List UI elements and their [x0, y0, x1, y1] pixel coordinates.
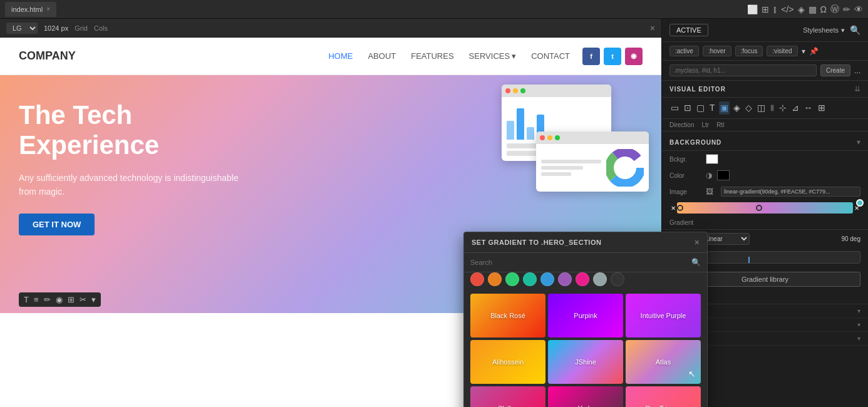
grid-button[interactable]: Grid	[75, 24, 88, 32]
tool-pen-icon[interactable]: ✏	[44, 295, 51, 304]
gradient-bar[interactable]	[677, 202, 853, 214]
ve-gradient-icon[interactable]: ▣	[719, 101, 730, 115]
cols-button[interactable]: Cols	[94, 24, 108, 32]
gradient-left-x-icon[interactable]: ✕	[671, 205, 676, 212]
gradient-right-x-icon[interactable]: ✕	[854, 205, 859, 212]
component-icon[interactable]: ◈	[798, 4, 805, 14]
ve-transform-icon[interactable]: ⊿	[790, 101, 800, 115]
preset-dark[interactable]	[611, 272, 624, 286]
nav-contact[interactable]: CONTACT	[531, 51, 570, 61]
bckgr-swatch[interactable]	[706, 154, 718, 164]
ve-transition-icon[interactable]: ↔	[803, 101, 814, 115]
media-icon[interactable]: ▦	[809, 4, 817, 14]
active-button[interactable]: ACTIVE	[669, 24, 708, 36]
window-dot-red	[505, 88, 510, 93]
css-create-button[interactable]: Create	[820, 64, 850, 76]
file-tab[interactable]: index.html ×	[5, 2, 56, 17]
collapse-arrow-1: ▾	[857, 307, 860, 314]
pseudo-active-btn[interactable]: :active	[669, 46, 699, 56]
gradient-item-purpink[interactable]: Purpink	[548, 294, 623, 337]
image-mode-icon[interactable]: 🖼	[706, 187, 713, 196]
nav-services[interactable]: SERVICES ▾	[469, 51, 517, 61]
gradient-item-jshine[interactable]: JShine	[548, 340, 623, 384]
color-mode-icon[interactable]: ◑	[706, 171, 712, 180]
ve-border-icon[interactable]: ▢	[695, 101, 706, 115]
nav-home[interactable]: HOME	[328, 51, 353, 61]
instagram-button[interactable]: ◉	[625, 48, 643, 65]
tool-scissors-icon[interactable]: ✂	[80, 295, 86, 304]
tool-grid-icon[interactable]: ⊞	[68, 295, 75, 304]
pseudo-hover-btn[interactable]: :hover	[703, 46, 731, 56]
gradient-item-black-rose[interactable]: Black Rosé	[470, 294, 545, 337]
gradient-item-alihossein[interactable]: Alihossein	[470, 340, 545, 384]
preview-icon[interactable]: 👁	[854, 4, 863, 14]
background-collapse-icon[interactable]: ▾	[857, 138, 860, 147]
site-logo: COMPANY	[19, 49, 76, 63]
columns-icon[interactable]: ⫿	[773, 4, 777, 14]
wordpress-icon[interactable]: Ⓦ	[830, 4, 839, 15]
tool-circle-icon[interactable]: ◉	[56, 295, 63, 304]
pen-icon[interactable]: ✏	[843, 4, 850, 14]
nav-features[interactable]: FEATURES	[411, 51, 453, 61]
rtl-button[interactable]: Rtl	[716, 121, 724, 128]
preset-orange[interactable]	[488, 272, 502, 286]
monitor-icon[interactable]: ⬜	[747, 4, 758, 14]
text-icon[interactable]: Ω	[820, 4, 827, 14]
gradient-item-atlas[interactable]: Atlas ↖	[626, 340, 701, 384]
pseudo-more-icon[interactable]: ▾	[802, 47, 805, 56]
gradient-handle-mid[interactable]	[756, 205, 762, 211]
gradient-label-atlas: Atlas	[656, 358, 671, 366]
ltr-button[interactable]: Ltr	[701, 121, 709, 128]
hero-cta-button[interactable]: GET IT NOW	[19, 214, 95, 235]
preset-gray[interactable]	[593, 272, 607, 286]
css-dots-button[interactable]: ...	[854, 66, 860, 75]
css-selector-input[interactable]	[669, 64, 817, 76]
preset-green[interactable]	[505, 272, 519, 286]
gradient-item-intuitive-purple[interactable]: Intuitive Purple	[626, 294, 701, 337]
gradient-search-input[interactable]	[470, 259, 688, 266]
tool-more-icon[interactable]: ▾	[91, 295, 96, 304]
ve-pos-icon[interactable]: ⊹	[778, 101, 788, 115]
twitter-button[interactable]: t	[604, 48, 621, 65]
ve-grid-icon[interactable]: ⊞	[817, 101, 827, 115]
preset-pink[interactable]	[576, 272, 589, 286]
window2-dot-yellow	[547, 135, 552, 140]
gradient-item-day-tripper[interactable]: Day Tripper	[626, 386, 701, 407]
facebook-button[interactable]: f	[582, 48, 600, 65]
tab-close[interactable]: ×	[46, 6, 50, 13]
nav-about[interactable]: ABOUT	[368, 51, 396, 61]
ve-margin-icon[interactable]: ▭	[669, 101, 680, 115]
code-icon[interactable]: </>	[781, 4, 793, 14]
ve-flex-icon[interactable]: ⫴	[769, 101, 775, 115]
ve-padding-icon[interactable]: ⊡	[683, 101, 693, 115]
bar-1	[507, 121, 514, 140]
gradient-value-input[interactable]	[721, 187, 860, 197]
preset-purple[interactable]	[558, 272, 572, 286]
panel-search-icon[interactable]: 🔍	[850, 25, 860, 35]
ve-text-icon[interactable]: T	[708, 101, 716, 115]
ve-shadow-icon[interactable]: ◫	[756, 101, 767, 115]
pseudo-focus-btn[interactable]: :focus	[735, 46, 763, 56]
gradient-item-yoda[interactable]: Yoda	[548, 386, 623, 407]
preset-blue[interactable]	[540, 272, 554, 286]
color-swatch[interactable]	[717, 170, 730, 180]
ve-shape-icon[interactable]: ◇	[744, 101, 753, 115]
canvas-top-bar: LG MD SM 1024 px Grid Cols ×	[0, 19, 661, 38]
viewport-select[interactable]: LG MD SM	[6, 23, 38, 34]
gradient-handle-left[interactable]	[677, 205, 683, 211]
visual-editor-collapse-icon[interactable]: ⇊	[854, 85, 860, 93]
tool-list-icon[interactable]: ≡	[34, 295, 39, 304]
preset-red[interactable]	[470, 272, 484, 286]
canvas-close-icon[interactable]: ×	[650, 23, 655, 33]
preset-teal[interactable]	[523, 272, 537, 286]
pseudo-pin-icon[interactable]: 📌	[809, 47, 819, 56]
stylesheets-dropdown[interactable]: Stylesheets ▾	[803, 26, 845, 34]
stylesheets-arrow-icon: ▾	[841, 26, 845, 34]
modal-close-button[interactable]: ×	[695, 237, 700, 247]
tool-text-icon[interactable]: T	[24, 295, 29, 304]
pseudo-visited-btn[interactable]: :visited	[767, 46, 797, 56]
layout-icon[interactable]: ⊞	[762, 4, 769, 14]
gradient-item-shifter[interactable]: Shifter	[470, 386, 545, 407]
angle-slider-input[interactable]	[700, 251, 860, 264]
ve-filter-icon[interactable]: ◈	[732, 101, 741, 115]
